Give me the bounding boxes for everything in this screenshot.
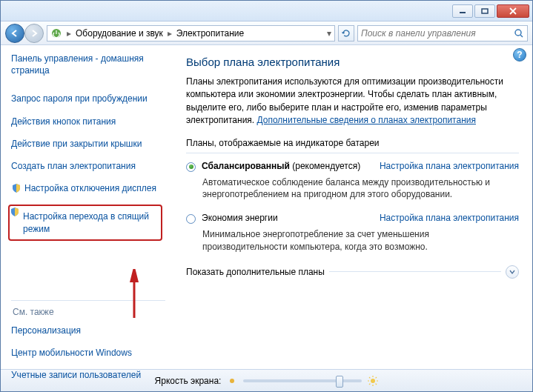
svg-line-14	[376, 377, 377, 378]
sidebar-item-display-off[interactable]: Настройка отключения дисплея	[11, 182, 165, 194]
main-content: ? Выбор плана электропитания Планы элект…	[173, 45, 532, 369]
brightness-slider[interactable]	[243, 379, 362, 382]
nav-forward-button[interactable]	[24, 24, 44, 43]
control-panel-home-link[interactable]: Панель управления - домашняя страница	[11, 53, 165, 76]
search-input[interactable]: Поиск в панели управления	[357, 25, 528, 41]
chevron-down-icon[interactable]	[506, 265, 519, 279]
sidebar-item-sleep-settings[interactable]: Настройка перехода в спящий режим	[8, 205, 162, 240]
svg-rect-1	[482, 9, 488, 13]
plan-radio-powersaver[interactable]	[186, 214, 196, 224]
plan-name[interactable]: Сбалансированный (рекомендуется)	[202, 161, 360, 171]
sidebar-item-lid-close[interactable]: Действие при закрытии крышки	[11, 138, 165, 150]
shield-icon	[10, 207, 20, 217]
sidebar-item-create-plan[interactable]: Создать план электропитания	[11, 160, 165, 172]
search-placeholder: Поиск в панели управления	[361, 28, 476, 39]
svg-line-12	[376, 383, 377, 384]
breadcrumb-item[interactable]: Электропитание	[176, 28, 244, 39]
page-title: Выбор плана электропитания	[186, 56, 519, 68]
svg-line-11	[369, 377, 370, 378]
annotation-arrow-icon	[125, 269, 143, 321]
sidebar-item-power-buttons[interactable]: Действия кнопок питания	[11, 116, 165, 127]
window-titlebar	[1, 1, 532, 21]
seealso-mobility[interactable]: Центр мобильности Windows	[11, 347, 165, 359]
svg-point-3	[515, 30, 521, 36]
power-plan-icon	[50, 27, 62, 39]
plan-settings-link[interactable]: Настройка плана электропитания	[380, 213, 519, 223]
chevron-right-icon: ▸	[168, 28, 172, 39]
svg-point-5	[230, 379, 234, 383]
chevron-right-icon: ▸	[67, 28, 71, 39]
plan-settings-link[interactable]: Настройка плана электропитания	[380, 161, 519, 171]
sidebar-item-password[interactable]: Запрос пароля при пробуждении	[11, 93, 165, 104]
nav-back-button[interactable]	[5, 24, 24, 43]
close-button[interactable]	[497, 4, 529, 18]
breadcrumb-item[interactable]: Оборудование и звук	[76, 28, 163, 39]
svg-rect-0	[460, 12, 466, 13]
plan-group-label: Планы, отображаемые на индикаторе батаре…	[186, 138, 519, 148]
dropdown-icon[interactable]: ▾	[327, 28, 331, 39]
minimize-button[interactable]	[452, 4, 473, 18]
refresh-button[interactable]	[338, 25, 354, 41]
seealso-personalization[interactable]: Персонализация	[11, 325, 165, 336]
toolbar: ▸ Оборудование и звук ▸ Электропитание ▾…	[1, 21, 532, 45]
plan-radio-balanced[interactable]	[186, 162, 196, 172]
page-description: Планы электропитания используются для оп…	[186, 76, 519, 127]
shield-icon	[11, 183, 21, 193]
plan-name[interactable]: Экономия энергии	[202, 213, 278, 223]
seealso-accounts[interactable]: Учетные записи пользователей	[11, 369, 165, 381]
address-bar[interactable]: ▸ Оборудование и звук ▸ Электропитание ▾	[47, 25, 335, 41]
plan-description: Автоматическое соблюдение баланса между …	[202, 176, 499, 202]
plan-row-balanced: Сбалансированный (рекомендуется) Настрой…	[186, 161, 519, 172]
svg-line-13	[369, 383, 370, 384]
plan-description: Минимальное энергопотребление за счет ум…	[202, 228, 499, 253]
sun-dim-icon	[227, 376, 237, 386]
svg-point-6	[371, 379, 375, 383]
maximize-button[interactable]	[474, 4, 495, 18]
help-button[interactable]: ?	[513, 48, 526, 62]
sidebar: Панель управления - домашняя страница За…	[1, 45, 173, 369]
plan-row-powersaver: Экономия энергии Настройка плана электро…	[186, 213, 519, 224]
search-icon	[514, 28, 524, 39]
sun-bright-icon	[368, 376, 378, 386]
show-more-plans[interactable]: Показать дополнительные планы	[186, 265, 519, 279]
learn-more-link[interactable]: Дополнительные сведения о планах электро…	[257, 115, 476, 125]
